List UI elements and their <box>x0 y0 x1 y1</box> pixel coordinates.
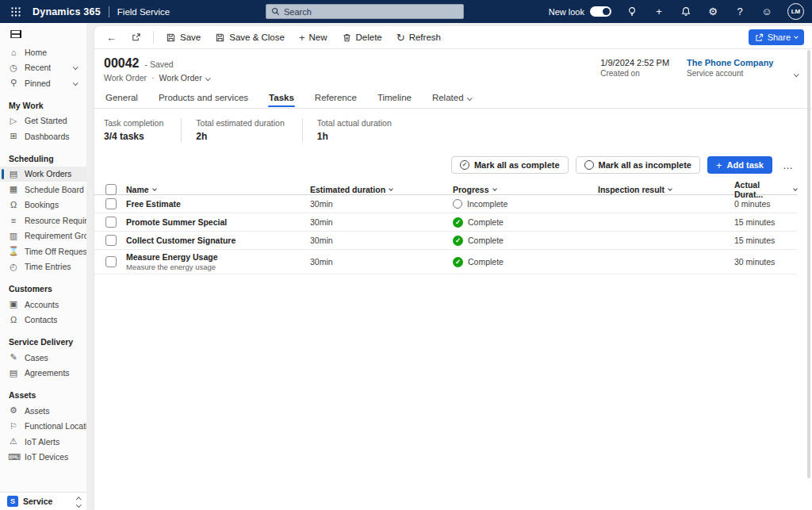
pin-icon: ⚲ <box>8 78 19 88</box>
form-selector[interactable]: Work Order <box>159 73 210 82</box>
collapse-sidebar-icon[interactable] <box>10 30 21 38</box>
table-row[interactable]: Promote Summer Special 30min ✓ Complete … <box>94 213 797 232</box>
save-and-close-button[interactable]: Save & Close <box>209 29 290 46</box>
column-header-progress[interactable]: Progress <box>453 185 598 194</box>
task-actual-duration: 30 minutes <box>734 257 797 267</box>
tab-timeline[interactable]: Timeline <box>377 90 412 109</box>
expand-header-button[interactable] <box>791 63 802 81</box>
tab-related[interactable]: Related <box>431 90 472 109</box>
row-checkbox[interactable] <box>105 198 117 209</box>
lightbulb-icon[interactable] <box>626 6 638 18</box>
share-label: Share <box>768 33 791 42</box>
tab-label: General <box>105 93 138 102</box>
refresh-label: Refresh <box>409 33 441 42</box>
new-button[interactable]: + New <box>293 29 333 46</box>
tab-products-and-services[interactable]: Products and services <box>158 90 249 109</box>
add-task-button[interactable]: + Add task <box>707 156 772 174</box>
row-checkbox[interactable] <box>105 217 117 228</box>
complete-check-icon: ✓ <box>453 236 463 246</box>
recent-clock-icon: ◷ <box>8 63 19 73</box>
search-input[interactable] <box>284 7 458 17</box>
select-all-checkbox[interactable] <box>105 184 117 195</box>
sidebar-item-assets[interactable]: ⚙ Assets <box>0 403 86 419</box>
plus-glyph: + <box>656 6 662 17</box>
sidebar-item-time-off-requests[interactable]: ⌛ Time Off Requests <box>0 243 86 259</box>
sidebar-item-dashboards[interactable]: ⊞ Dashboards <box>0 128 86 144</box>
brand-title[interactable]: Dynamics 365 <box>33 6 101 17</box>
column-header-actual-duration[interactable]: Actual Durat... <box>734 180 797 199</box>
toggle-knob <box>603 8 610 15</box>
column-header-inspection-result[interactable]: Inspection result <box>598 185 734 194</box>
sidebar-item-home[interactable]: ⌂ Home <box>0 44 86 60</box>
sidebar-item-iot-alerts[interactable]: ⚠ IoT Alerts <box>0 434 86 450</box>
sidebar-item-label: Schedule Board <box>25 185 84 194</box>
task-actual-duration: 15 minutes <box>734 236 797 245</box>
sidebar-item-agreements[interactable]: ▤ Agreements <box>0 366 86 382</box>
sidebar-item-label: Dashboards <box>25 132 70 141</box>
sidebar-item-get-started[interactable]: ▷ Get Started <box>0 113 86 129</box>
sidebar-item-accounts[interactable]: ▣ Accounts <box>0 297 86 313</box>
sidebar-item-functional-locations[interactable]: ⚐ Functional Locations <box>0 419 86 435</box>
feedback-smiley-icon[interactable]: ☺ <box>760 6 773 18</box>
sidebar-item-label: Time Off Requests <box>25 247 86 256</box>
sidebar-item-resource-requirements[interactable]: ≡ Resource Requireme... <box>0 213 86 228</box>
task-progress: Complete <box>468 257 504 267</box>
bulb-glyph <box>627 6 637 17</box>
estimated-duration-stat: Total estimated duration 2h <box>196 118 301 142</box>
stat-divider <box>181 118 182 142</box>
work-order-icon: ▤ <box>8 169 19 179</box>
delete-label: Delete <box>356 33 382 42</box>
add-icon[interactable]: + <box>653 6 665 18</box>
sidebar-item-schedule-board[interactable]: ▦ Schedule Board <box>0 182 86 197</box>
calendar-board-icon: ▦ <box>8 184 19 194</box>
table-row[interactable]: Free Estimate 30min Incomplete 0 minutes <box>94 195 797 213</box>
back-button[interactable]: ← <box>101 29 122 46</box>
sidebar-item-iot-devices[interactable]: ⌨ IoT Devices <box>0 450 86 466</box>
share-button[interactable]: Share <box>749 29 804 45</box>
column-header-name[interactable]: Name <box>126 185 310 194</box>
tab-general[interactable]: General <box>105 90 139 109</box>
settings-gear-icon[interactable]: ⚙ <box>707 6 719 18</box>
global-search-box[interactable] <box>266 4 464 19</box>
sidebar-item-cases[interactable]: ✎ Cases <box>0 350 86 366</box>
vertical-scrollbar[interactable] <box>807 50 810 478</box>
help-icon[interactable]: ? <box>733 6 746 18</box>
app-launcher-icon[interactable] <box>7 3 25 21</box>
sidebar-item-recent[interactable]: ◷ Recent <box>0 60 86 76</box>
record-id: 00042 <box>104 56 140 71</box>
user-avatar[interactable]: LM <box>787 3 804 20</box>
notifications-bell-icon[interactable] <box>680 6 692 18</box>
sidebar-item-requirement-groups[interactable]: ▥ Requirement Groups <box>0 228 86 244</box>
entity-separator: · <box>151 73 155 82</box>
app-name[interactable]: Field Service <box>117 7 170 17</box>
sidebar-item-contacts[interactable]: Ω Contacts <box>0 313 86 328</box>
tab-reference[interactable]: Reference <box>314 90 358 109</box>
table-row[interactable]: Measure Energy Usage Measure the energy … <box>94 250 797 274</box>
task-progress: Complete <box>468 236 504 245</box>
sidebar-item-work-orders[interactable]: ▤ Work Orders <box>0 167 86 182</box>
more-commands-button[interactable]: … <box>779 158 797 173</box>
play-icon: ▷ <box>8 116 19 126</box>
task-summary-strip: Task completion 3/4 tasks Total estimate… <box>94 109 812 150</box>
mark-all-complete-button[interactable]: ✓ Mark all as complete <box>451 156 569 174</box>
task-name: Collect Customer Signature <box>126 236 310 245</box>
sidebar-item-pinned[interactable]: ⚲ Pinned <box>0 75 86 91</box>
area-switcher[interactable]: S Service <box>0 492 86 510</box>
account-link[interactable]: The Phone Company <box>687 58 773 67</box>
row-checkbox[interactable] <box>105 256 117 267</box>
row-checkbox[interactable] <box>105 235 117 246</box>
sidebar-item-bookings[interactable]: Ω Bookings <box>0 197 86 213</box>
save-button[interactable]: Save <box>160 29 206 46</box>
column-header-estimated-duration[interactable]: Estimated duration <box>310 185 453 194</box>
refresh-button[interactable]: ↻ Refresh <box>391 29 446 46</box>
open-in-new-window-button[interactable] <box>125 29 147 46</box>
mark-all-incomplete-button[interactable]: Mark all as incomplete <box>576 156 700 174</box>
delete-button[interactable]: Delete <box>336 29 388 46</box>
sidebar-item-time-entries[interactable]: ◴ Time Entries <box>0 259 86 275</box>
circle-check-icon: ✓ <box>460 160 469 170</box>
command-divider <box>153 31 154 44</box>
form-tabs: General Products and services Tasks Refe… <box>94 87 812 108</box>
table-row[interactable]: Collect Customer Signature 30min ✓ Compl… <box>94 232 797 250</box>
tab-tasks[interactable]: Tasks <box>268 90 295 109</box>
new-look-toggle[interactable] <box>590 6 611 17</box>
